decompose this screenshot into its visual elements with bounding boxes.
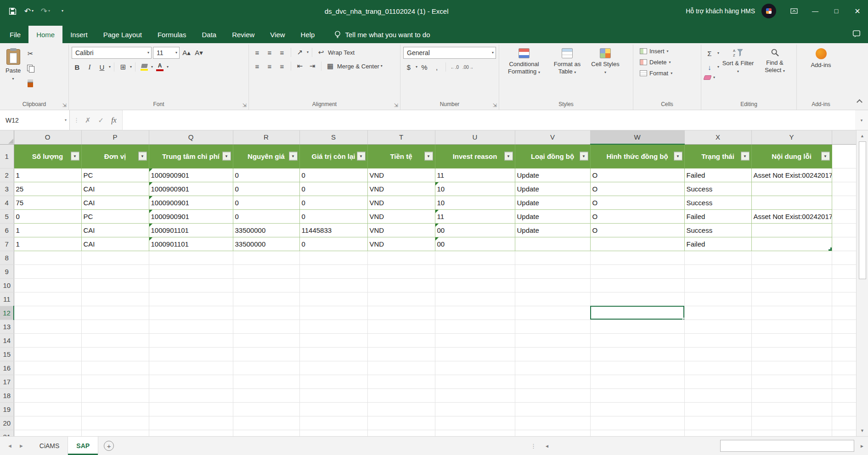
row-header-15[interactable]: 15 <box>0 347 14 361</box>
cell-W19[interactable] <box>590 402 684 416</box>
cell-Y11[interactable] <box>751 292 832 306</box>
cell-S6[interactable]: 11445833 <box>299 223 367 237</box>
cell-V10[interactable] <box>515 278 590 292</box>
find-select-button[interactable]: Find & Select ▾ <box>757 47 793 98</box>
font-name-combo[interactable]: Calibri▾ <box>72 47 152 59</box>
cell-U2[interactable]: 11 <box>435 168 515 182</box>
align-top-button[interactable]: ≡ <box>252 47 263 58</box>
format-painter-button[interactable] <box>25 78 36 89</box>
cell-U16[interactable] <box>435 361 515 375</box>
filter-button-W[interactable]: ▼ <box>674 152 682 161</box>
align-center-button[interactable]: ≡ <box>264 61 275 72</box>
row-header-5[interactable]: 5 <box>0 209 14 223</box>
ribbon-tab-page-layout[interactable]: Page Layout <box>96 26 150 43</box>
alignment-dialog-launcher[interactable]: ⇲ <box>394 103 398 108</box>
cell-P5[interactable]: PC <box>81 209 149 223</box>
cell-W17[interactable] <box>590 375 684 388</box>
filter-button-Q[interactable]: ▼ <box>222 152 231 161</box>
cell-Q14[interactable] <box>149 333 233 347</box>
name-box[interactable]: W12 ▾ <box>0 110 70 130</box>
cell-U4[interactable]: 10 <box>435 196 515 209</box>
cell-empty[interactable] <box>832 237 856 251</box>
scroll-right-button[interactable]: ► <box>856 437 868 455</box>
cell-W7[interactable] <box>590 237 684 251</box>
sheet-tab-sap[interactable]: SAP <box>68 437 98 455</box>
merge-center-button[interactable]: Merge & Center <box>337 63 379 70</box>
ribbon-tab-data[interactable]: Data <box>194 26 224 43</box>
cell-O2[interactable]: 1 <box>14 168 81 182</box>
cell-P14[interactable] <box>81 333 149 347</box>
cell-X6[interactable]: Success <box>684 223 751 237</box>
cell-P2[interactable]: PC <box>81 168 149 182</box>
row-header-16[interactable]: 16 <box>0 361 14 375</box>
cell-S21[interactable] <box>299 430 367 436</box>
cell-Y8[interactable] <box>751 251 832 264</box>
cell-U17[interactable] <box>435 375 515 388</box>
cell-empty[interactable] <box>832 144 856 168</box>
cell-T21[interactable] <box>367 430 435 436</box>
cell-V3[interactable]: Update <box>515 182 590 196</box>
row-header-8[interactable]: 8 <box>0 251 14 264</box>
account-name[interactable]: Hỗ trợ khách hàng HMS <box>686 7 755 15</box>
table-resize-handle[interactable] <box>829 247 832 251</box>
ribbon-tab-review[interactable]: Review <box>224 26 262 43</box>
cell-P13[interactable] <box>81 320 149 333</box>
ribbon-tab-formulas[interactable]: Formulas <box>150 26 194 43</box>
cell-X18[interactable] <box>684 388 751 402</box>
cell-S16[interactable] <box>299 361 367 375</box>
collapse-ribbon-button[interactable] <box>857 99 862 105</box>
cell-P8[interactable] <box>81 251 149 264</box>
cell-W16[interactable] <box>590 361 684 375</box>
cell-Y14[interactable] <box>751 333 832 347</box>
row-header-7[interactable]: 7 <box>0 237 14 251</box>
cell-X21[interactable] <box>684 430 751 436</box>
cell-empty[interactable] <box>832 306 856 320</box>
cell-O9[interactable] <box>14 264 81 278</box>
cell-O19[interactable] <box>14 402 81 416</box>
cell-V14[interactable] <box>515 333 590 347</box>
cell-Y16[interactable] <box>751 361 832 375</box>
cell-T16[interactable] <box>367 361 435 375</box>
cell-Y6[interactable] <box>751 223 832 237</box>
account-avatar[interactable] <box>761 4 776 18</box>
cell-S5[interactable]: 0 <box>299 209 367 223</box>
row-header-14[interactable]: 14 <box>0 333 14 347</box>
cell-O17[interactable] <box>14 375 81 388</box>
cell-S13[interactable] <box>299 320 367 333</box>
ribbon-tab-view[interactable]: View <box>262 26 293 43</box>
row-header-1[interactable]: 1 <box>0 144 14 168</box>
cell-P10[interactable] <box>81 278 149 292</box>
cell-R2[interactable]: 0 <box>233 168 299 182</box>
cell-empty[interactable] <box>832 196 856 209</box>
cell-empty[interactable] <box>832 416 856 430</box>
cell-O4[interactable]: 75 <box>14 196 81 209</box>
cell-U7[interactable]: 00 <box>435 237 515 251</box>
cell-V2[interactable]: Update <box>515 168 590 182</box>
minimize-button[interactable]: — <box>805 0 826 22</box>
row-header-11[interactable]: 11 <box>0 292 14 306</box>
ribbon-tab-file[interactable]: File <box>2 26 28 43</box>
cell-empty[interactable] <box>832 375 856 388</box>
clear-button[interactable]: ▾ <box>704 75 719 80</box>
cell-V4[interactable]: Update <box>515 196 590 209</box>
copy-button[interactable] <box>25 63 36 74</box>
selected-cell-W12[interactable] <box>590 306 684 320</box>
filter-button-U[interactable]: ▼ <box>504 152 513 161</box>
cell-empty[interactable] <box>832 223 856 237</box>
cell-S9[interactable] <box>299 264 367 278</box>
cell-X14[interactable] <box>684 333 751 347</box>
cell-V13[interactable] <box>515 320 590 333</box>
ribbon-tab-insert[interactable]: Insert <box>62 26 96 43</box>
cell-S18[interactable] <box>299 388 367 402</box>
tell-me-box[interactable]: Tell me what you want to do <box>334 26 430 43</box>
row-header-19[interactable]: 19 <box>0 402 14 416</box>
cell-Y18[interactable] <box>751 388 832 402</box>
cell-T19[interactable] <box>367 402 435 416</box>
cell-W2[interactable]: O <box>590 168 684 182</box>
cell-S11[interactable] <box>299 292 367 306</box>
italic-button[interactable]: I <box>84 62 95 73</box>
cell-empty[interactable] <box>832 388 856 402</box>
row-header-10[interactable]: 10 <box>0 278 14 292</box>
cell-S2[interactable]: 0 <box>299 168 367 182</box>
cell-T10[interactable] <box>367 278 435 292</box>
